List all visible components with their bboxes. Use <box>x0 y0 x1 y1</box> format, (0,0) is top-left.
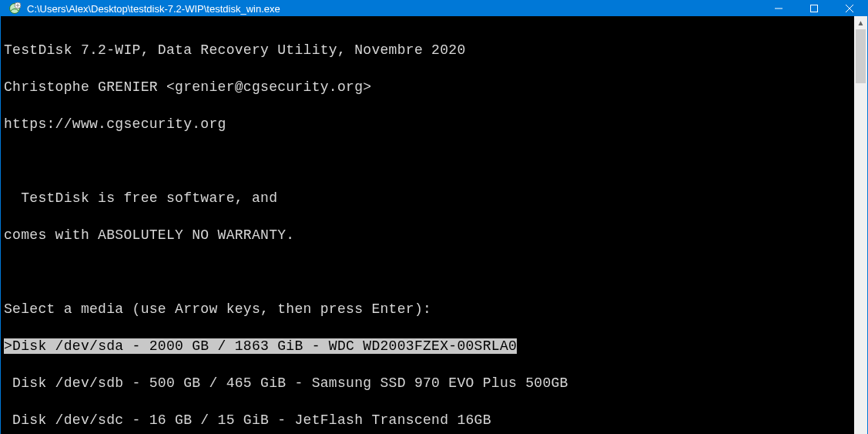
scroll-up-button[interactable]: ▲ <box>854 16 867 29</box>
selection-pointer: > <box>4 338 12 354</box>
console-window: C:\Users\Alex\Desktop\testdisk-7.2-WIP\t… <box>0 0 868 434</box>
minimize-button[interactable] <box>761 1 796 16</box>
scroll-track[interactable] <box>854 29 867 434</box>
disk-row[interactable]: Disk /dev/sdb - 500 GB / 465 GiB - Samsu… <box>4 374 854 392</box>
disk-row-selected[interactable]: >Disk /dev/sda - 2000 GB / 1863 GiB - WD… <box>4 337 854 355</box>
blank-line <box>4 263 854 281</box>
disk-text: Disk /dev/sda - 2000 GB / 1863 GiB - WDC… <box>12 338 517 354</box>
intro-line-2: comes with ABSOLUTELY NO WARRANTY. <box>4 226 854 244</box>
close-button[interactable] <box>832 1 867 16</box>
intro-line-1: TestDisk is free software, and <box>4 189 854 207</box>
titlebar[interactable]: C:\Users\Alex\Desktop\testdisk-7.2-WIP\t… <box>1 1 867 16</box>
url-line: https://www.cgsecurity.org <box>4 115 854 133</box>
select-prompt: Select a media (use Arrow keys, then pre… <box>4 300 854 318</box>
disk-row[interactable]: Disk /dev/sdc - 16 GB / 15 GiB - JetFlas… <box>4 411 854 429</box>
window-controls <box>761 1 867 16</box>
maximize-button[interactable] <box>796 1 832 16</box>
app-icon <box>7 1 22 16</box>
version-line: TestDisk 7.2-WIP, Data Recovery Utility,… <box>4 41 854 59</box>
window-title: C:\Users\Alex\Desktop\testdisk-7.2-WIP\t… <box>27 3 761 15</box>
chevron-up-icon: ▲ <box>857 19 865 27</box>
client-area: TestDisk 7.2-WIP, Data Recovery Utility,… <box>1 16 867 434</box>
vertical-scrollbar[interactable]: ▲ ▼ <box>854 16 867 434</box>
svg-rect-2 <box>811 5 818 12</box>
scroll-thumb[interactable] <box>856 29 866 83</box>
blank-line <box>4 152 854 170</box>
console-output[interactable]: TestDisk 7.2-WIP, Data Recovery Utility,… <box>1 16 854 434</box>
author-line: Christophe GRENIER <grenier@cgsecurity.o… <box>4 78 854 96</box>
